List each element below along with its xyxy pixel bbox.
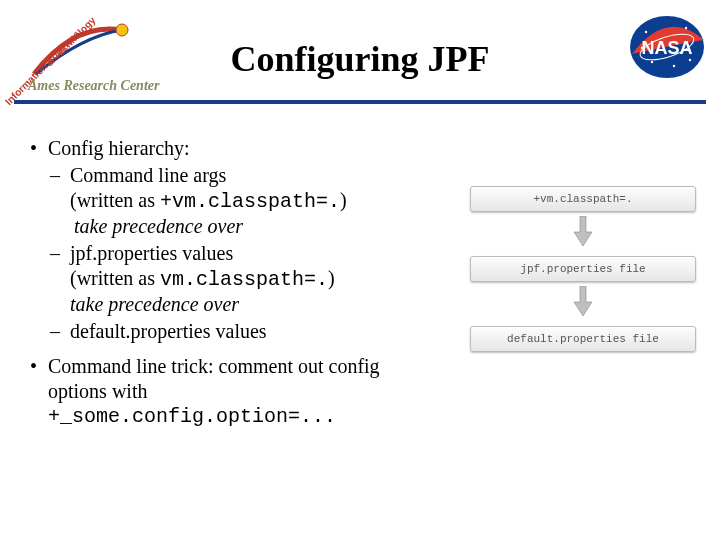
svg-point-4 bbox=[685, 27, 687, 29]
precedence-stack: +vm.classpath=. jpf.properties file defa… bbox=[470, 186, 696, 356]
header-rule bbox=[14, 100, 706, 104]
slide-title: Configuring JPF bbox=[0, 38, 720, 80]
hier-default-l1: default.properties values bbox=[70, 320, 267, 342]
hier-cmd-l2b: ) bbox=[340, 189, 347, 211]
arrow-down-icon bbox=[470, 286, 696, 316]
stack-tab-cmdline: +vm.classpath=. bbox=[470, 186, 696, 212]
hier-jpf-code: vm.classpath=. bbox=[160, 268, 328, 291]
svg-point-0 bbox=[116, 24, 128, 36]
hier-cmd-l3: take precedence over bbox=[70, 215, 243, 237]
trick-code: +_some.config.option=... bbox=[30, 404, 440, 429]
bullet-config-hierarchy: Config hierarchy: bbox=[30, 136, 440, 161]
hier-cmd-l1: Command line args bbox=[70, 164, 226, 186]
bullet-cmdline-trick: Command line trick: comment out config o… bbox=[30, 354, 440, 404]
stack-tab-defaultprops: default.properties file bbox=[470, 326, 696, 352]
ames-label: Ames Research Center bbox=[28, 78, 159, 94]
hier-jpf-l2a: (written as bbox=[70, 267, 160, 289]
hier-cmd-l2a: (written as bbox=[70, 189, 160, 211]
hier-jpf-l3: take precedence over bbox=[70, 293, 239, 315]
svg-point-3 bbox=[645, 31, 647, 33]
arrow-down-icon bbox=[470, 216, 696, 246]
hier-jpf-l2b: ) bbox=[328, 267, 335, 289]
content-block: Config hierarchy: Command line args (wri… bbox=[30, 130, 440, 429]
hier-cmdline: Command line args (written as +vm.classp… bbox=[30, 163, 440, 239]
stack-tab-jpfprops: jpf.properties file bbox=[470, 256, 696, 282]
hier-default: default.properties values bbox=[30, 319, 440, 344]
hier-jpf-l1: jpf.properties values bbox=[70, 242, 233, 264]
hier-cmd-code: +vm.classpath=. bbox=[160, 190, 340, 213]
hier-jpfprops: jpf.properties values (written as vm.cla… bbox=[30, 241, 440, 317]
